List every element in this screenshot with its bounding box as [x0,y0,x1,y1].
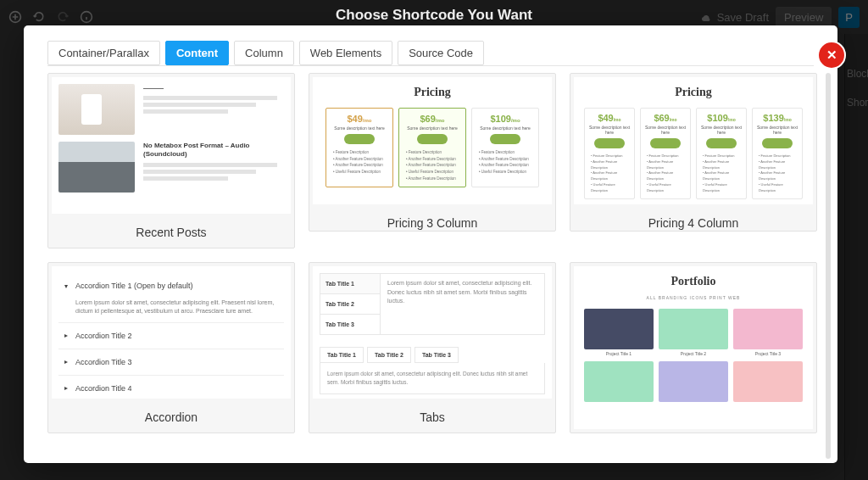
card-pricing-4-column[interactable]: Pricing $49/mo Some description text her… [570,73,817,232]
card-pricing3-preview: Pricing $49/mo Some description text her… [313,77,552,204]
portfolio-tile [733,361,803,402]
chevron-right-icon: ▸ [62,332,70,339]
chevron-down-icon: ▾ [62,282,70,290]
thumbnail-image [58,142,135,193]
card-portfolio[interactable]: Portfolio ALL BRANDING ICONS PRINT WEB P… [570,262,817,433]
close-icon: ✕ [826,47,837,63]
card-accordion-preview: ▾Accordion Title 1 (Open by default) Lor… [52,266,291,399]
post-title: ——— [143,84,284,92]
portfolio-tile [659,309,728,349]
portfolio-tile [584,361,654,402]
card-grid: ——— No Metabox Post Format – Audio (Soun… [47,73,821,433]
card-tabs-preview: Tab Title 1 Tab Title 2 Tab Title 3 Lore… [313,266,552,399]
tab-container-parallax[interactable]: Container/Parallax [47,41,160,65]
pricing-title: Pricing [581,86,806,99]
card-label: Tabs [309,402,555,433]
thumbnail-image [58,84,135,135]
card-pricing4-preview: Pricing $49/mo Some description text her… [574,77,813,204]
card-label: Accordion [48,402,294,433]
shortcode-tabs: Container/Parallax Content Column Web El… [47,41,814,66]
portfolio-tile [659,361,728,402]
portfolio-filter: ALL BRANDING ICONS PRINT WEB [581,295,806,300]
tab-content[interactable]: Content [165,41,229,65]
card-label: Recent Posts [48,217,294,248]
portfolio-title: Portfolio [581,275,806,288]
pricing-title: Pricing [320,86,545,99]
card-recent-posts[interactable]: ——— No Metabox Post Format – Audio (Soun… [47,73,295,248]
card-recent-posts-preview: ——— No Metabox Post Format – Audio (Soun… [52,77,291,214]
chevron-right-icon: ▸ [62,384,70,392]
close-button[interactable]: ✕ [817,41,846,70]
tab-source-code[interactable]: Source Code [398,41,484,65]
chevron-right-icon: ▸ [62,358,70,366]
card-tabs[interactable]: Tab Title 1 Tab Title 2 Tab Title 3 Lore… [309,262,556,433]
post-title: No Metabox Post Format – Audio (Soundclo… [143,142,284,159]
card-label: Pricing 4 Column [570,208,816,232]
card-accordion[interactable]: ▾Accordion Title 1 (Open by default) Lor… [47,262,295,433]
tab-column[interactable]: Column [234,41,294,65]
card-pricing-3-column[interactable]: Pricing $49/mo Some description text her… [309,73,556,232]
card-grid-scroll[interactable]: ——— No Metabox Post Format – Audio (Soun… [47,73,821,448]
card-label: Pricing 3 Column [309,208,555,232]
portfolio-tile [584,309,654,349]
shortcode-modal: ✕ Container/Parallax Content Column Web … [24,25,837,463]
card-portfolio-preview: Portfolio ALL BRANDING ICONS PRINT WEB P… [574,266,813,429]
modal-title: Choose Shortcode You Want [336,7,532,24]
portfolio-tile [733,309,803,349]
tab-web-elements[interactable]: Web Elements [299,41,392,65]
modal-scrollbar[interactable] [826,73,831,459]
